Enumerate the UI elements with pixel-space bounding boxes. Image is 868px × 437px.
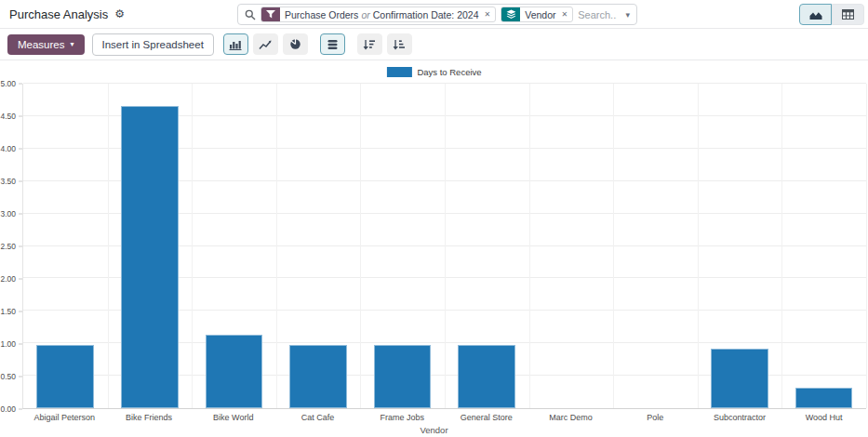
sort-ascending-icon [393, 39, 406, 50]
breadcrumb: Purchase Analysis ⚙ [9, 7, 125, 21]
groupby-facet-label: Vendor [520, 7, 560, 21]
legend-label: Days to Receive [417, 67, 481, 77]
gridline [108, 84, 109, 408]
sort-ascending-button[interactable] [387, 33, 412, 55]
graph-view: Days to Receive 0.000.501.001.502.002.50… [0, 60, 868, 436]
groupby-facet[interactable]: Vendor ✕ [501, 7, 573, 22]
sort-descending-icon [363, 39, 376, 50]
x-axis-label: Bike World [191, 413, 275, 424]
bar[interactable] [121, 106, 179, 408]
search-dropdown-caret-icon[interactable]: ▾ [621, 10, 630, 20]
measures-label: Measures [18, 39, 65, 50]
x-axis-label: Cat Cafe [275, 413, 360, 424]
layers-icon [501, 7, 520, 21]
bar-chart-button[interactable] [223, 33, 248, 55]
y-tick-label: 1.00 [0, 340, 16, 349]
bar[interactable] [36, 345, 94, 408]
insert-in-spreadsheet-button[interactable]: Insert in Spreadsheet [92, 33, 214, 56]
facet-text: Vendor [525, 9, 555, 20]
y-tick-label: 5.00 [0, 80, 16, 88]
gridline [698, 84, 699, 408]
filter-facet[interactable]: Purchase Orders or Confirmation Date: 20… [260, 7, 496, 22]
y-tick-label: 4.00 [0, 145, 16, 153]
gridline [781, 84, 782, 408]
facet-text: Confirmation Date: 2024 [373, 9, 479, 20]
gridline [445, 84, 446, 408]
facet-text: Purchase Orders [285, 9, 358, 20]
plot-area [22, 84, 866, 409]
measures-button[interactable]: Measures ▾ [7, 34, 85, 55]
line-chart-button[interactable] [253, 33, 278, 55]
gridline [529, 84, 530, 408]
y-tick-label: 3.00 [0, 210, 16, 218]
bar-chart-icon [229, 39, 242, 50]
bar[interactable] [206, 335, 263, 408]
bar[interactable] [711, 349, 768, 408]
filter-facet-label: Purchase Orders or Confirmation Date: 20… [280, 7, 484, 21]
stacked-button[interactable] [320, 33, 345, 55]
y-tick-label: 2.00 [0, 275, 16, 284]
search-bar[interactable]: Purchase Orders or Confirmation Date: 20… [237, 4, 637, 25]
x-axis-label: Marc Demo [528, 413, 613, 424]
x-axis-label: General Store [445, 413, 529, 424]
y-tick-label: 0.50 [0, 373, 16, 381]
x-axis-label: Bike Friends [107, 413, 192, 424]
sort-descending-button[interactable] [357, 33, 382, 55]
gridline [866, 84, 867, 408]
close-icon[interactable]: ✕ [484, 7, 496, 21]
gridline [360, 84, 361, 408]
line-chart-icon [259, 39, 272, 50]
y-tick-label: 2.50 [0, 243, 16, 251]
x-axis-label: Abigail Peterson [22, 413, 107, 424]
x-axis-title: Vendor [420, 425, 447, 435]
top-bar: Purchase Analysis ⚙ Purchase Orders or C… [0, 0, 868, 29]
stacked-icon [327, 39, 339, 50]
bar[interactable] [795, 388, 853, 408]
facet-conjunction: or [361, 9, 369, 20]
gridline [276, 84, 277, 408]
y-axis: 0.000.501.001.502.002.503.003.504.004.50… [0, 84, 22, 409]
y-tick-label: 0.00 [0, 405, 16, 414]
x-axis-labels: Abigail PetersonBike FriendsBike WorldCa… [22, 413, 866, 424]
page-title: Purchase Analysis [9, 7, 108, 21]
legend-swatch [386, 67, 411, 77]
chart-controls [223, 33, 412, 55]
pivot-table-icon [842, 9, 854, 20]
control-panel: Measures ▾ Insert in Spreadsheet [0, 29, 868, 60]
y-tick-label: 3.50 [0, 178, 16, 186]
bar[interactable] [458, 345, 515, 408]
search-icon [245, 9, 256, 20]
x-axis-label: Pole [613, 413, 698, 424]
filter-icon [261, 7, 280, 21]
close-icon[interactable]: ✕ [561, 7, 573, 21]
legend[interactable]: Days to Receive [386, 67, 481, 77]
gridline [613, 84, 614, 408]
gridline [192, 84, 193, 408]
x-axis-label: Wood Hut [781, 413, 866, 424]
x-axis-label: Subcontractor [698, 413, 782, 424]
area-chart-icon [808, 9, 823, 20]
view-switcher [799, 4, 864, 25]
caret-down-icon: ▾ [71, 41, 74, 48]
bar[interactable] [374, 345, 432, 408]
graph-view-button[interactable] [799, 4, 832, 25]
y-tick-label: 1.50 [0, 308, 16, 316]
gear-icon[interactable]: ⚙ [114, 8, 125, 20]
pie-chart-button[interactable] [283, 33, 308, 55]
y-tick-label: 4.50 [0, 113, 16, 121]
pivot-view-button[interactable] [832, 4, 864, 25]
x-axis-label: Frame Jobs [360, 413, 445, 424]
search-input[interactable]: Search... [578, 9, 617, 20]
pie-chart-icon [289, 38, 301, 50]
bar[interactable] [289, 345, 347, 408]
